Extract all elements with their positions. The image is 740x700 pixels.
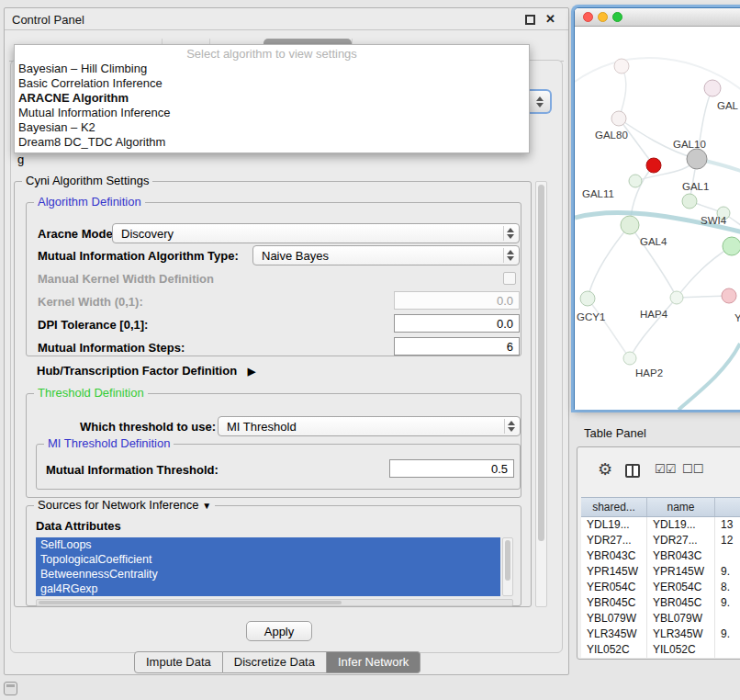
node-green	[723, 237, 740, 255]
mi-threshold-definition-legend: MI Threshold Definition	[44, 436, 174, 450]
column-header-shared[interactable]: shared...	[581, 498, 647, 516]
data-attributes-label: Data Attributes	[36, 519, 121, 533]
combo-stepper-icon	[503, 226, 517, 241]
obscured-label-fragment: g	[17, 152, 24, 166]
network-canvas[interactable]: GAL GAL80 GAL10 GAL11 GAL1 SWI4 GAL4 GCY…	[575, 27, 740, 410]
table-row[interactable]: YIL052CYIL052C	[581, 642, 740, 658]
sources-legend[interactable]: Sources for Network Inference ▼	[34, 498, 215, 512]
collapse-right-icon: ▶	[248, 366, 255, 377]
network-window-titlebar[interactable]	[575, 8, 740, 27]
node-hap2	[623, 352, 636, 365]
node-label: HAP4	[640, 309, 667, 320]
data-attributes-list: SelfLoops TopologicalCoefficient Between…	[36, 537, 500, 596]
aracne-mode-combobox[interactable]: Discovery	[112, 223, 520, 243]
menu-item-aracne[interactable]: ARACNE Algorithm	[15, 91, 529, 106]
list-item[interactable]: gal4RGexp	[36, 581, 500, 596]
menu-placeholder: Select algorithm to view settings	[15, 47, 529, 62]
node	[614, 59, 629, 73]
menu-item-mutual-information[interactable]: Mutual Information Inference	[15, 106, 529, 120]
node-label: GAL10	[673, 139, 706, 150]
network-view-window[interactable]: GAL GAL80 GAL10 GAL11 GAL1 SWI4 GAL4 GCY…	[574, 7, 740, 410]
settings-legend: Cyni Algorithm Settings	[22, 174, 152, 187]
cyni-mode-tabs: Impute Data Discretize Data Infer Networ…	[134, 651, 420, 673]
collapsed-panel-icon[interactable]	[4, 682, 17, 695]
attr-list-scrollbar[interactable]	[502, 537, 513, 596]
kernel-width-label: Kernel Width (0,1):	[38, 295, 143, 309]
table-row[interactable]: YDR27...YDR27...12	[581, 533, 740, 548]
columns-icon[interactable]	[625, 464, 640, 478]
hub-section-toggle[interactable]: Hub/Transcription Factor Definition ▶	[37, 364, 255, 378]
table-row[interactable]: YBL079WYBL079W	[581, 611, 740, 627]
table-row[interactable]: YPR145WYPR145W9.	[581, 564, 740, 580]
node-hap4	[670, 291, 683, 304]
which-threshold-combobox[interactable]: MI Threshold	[218, 416, 521, 436]
mi-threshold-label: Mutual Information Threshold:	[46, 463, 219, 477]
minimize-traffic-light-icon[interactable]	[598, 12, 608, 22]
node-gal11	[629, 175, 642, 187]
aracne-mode-label: Aracne Mode:	[38, 227, 117, 241]
manual-kernel-label: Manual Kernel Width Definition	[38, 272, 214, 286]
tab-infer-network[interactable]: Infer Network	[327, 651, 420, 673]
zoom-traffic-light-icon[interactable]	[612, 12, 622, 22]
kernel-width-field[interactable]: 0.0	[394, 291, 520, 310]
float-window-icon[interactable]	[525, 15, 535, 25]
attr-list-hscrollbar[interactable]	[36, 599, 513, 606]
node-label: GAL11	[582, 188, 614, 199]
node-table: shared... name YDL19...YDL19...13 YDR27.…	[581, 497, 740, 658]
control-panel-window: Control Panel ✕ Network Style Select	[4, 7, 569, 675]
menu-item-dream8[interactable]: Dream8 DC_TDC Algorithm	[15, 135, 529, 150]
list-item[interactable]: SelfLoops	[36, 537, 500, 552]
menu-item-bayesian-hill-climbing[interactable]: Bayesian – Hill Climbing	[15, 62, 529, 76]
list-item[interactable]: TopologicalCoefficient	[36, 552, 500, 567]
cyni-algorithm-settings-group: Cyni Algorithm Settings Algorithm Defini…	[14, 181, 532, 607]
close-window-icon[interactable]: ✕	[545, 13, 555, 26]
settings-scrollbar[interactable]	[535, 181, 547, 607]
expand-down-icon: ▼	[202, 501, 211, 511]
table-row[interactable]: YBR045CYBR045C9.	[581, 595, 740, 611]
algorithm-definition-legend: Algorithm Definition	[34, 195, 145, 209]
node-label: GAL4	[640, 236, 667, 247]
table-header-row: shared... name	[581, 497, 740, 517]
node-label: GAL1	[682, 181, 709, 192]
list-item[interactable]: BetweennessCentrality	[36, 567, 500, 581]
algorithm-definition-group: Algorithm Definition Aracne Mode: Discov…	[26, 202, 521, 356]
mi-type-label: Mutual Information Algorithm Type:	[38, 249, 239, 263]
manual-kernel-checkbox[interactable]	[503, 272, 516, 285]
mi-steps-field[interactable]: 6	[394, 337, 520, 356]
dpi-tolerance-label: DPI Tolerance [0,1]:	[38, 318, 148, 332]
threshold-definition-legend: Threshold Definition	[34, 386, 148, 400]
gear-icon[interactable]: ⚙	[598, 459, 612, 480]
tab-discretize-data[interactable]: Discretize Data	[223, 651, 327, 673]
node-label: GAL80	[595, 130, 628, 141]
node-label: GAL	[717, 100, 738, 111]
combo-stepper-icon	[503, 248, 517, 263]
mi-threshold-field[interactable]: 0.5	[389, 459, 514, 478]
table-panel-label: Table Panel	[584, 426, 646, 440]
node-gal	[704, 80, 721, 96]
node-gal1	[682, 194, 697, 209]
control-panel-titlebar[interactable]: Control Panel ✕	[5, 8, 568, 30]
column-header-name[interactable]: name	[647, 498, 715, 516]
algorithm-dropdown-menu: Select algorithm to view settings Bayesi…	[14, 44, 530, 153]
menu-item-basic-correlation[interactable]: Basic Correlation Inference	[15, 76, 529, 91]
column-header-partial[interactable]	[715, 498, 740, 516]
menu-item-bayesian-k2[interactable]: Bayesian – K2	[15, 120, 529, 135]
apply-button[interactable]: Apply	[246, 621, 312, 641]
deselect-all-checkboxes-icon[interactable]: ☐☐	[682, 462, 703, 476]
table-row[interactable]: YDL19...YDL19...13	[581, 517, 740, 533]
tab-impute-data[interactable]: Impute Data	[134, 651, 223, 673]
table-row[interactable]: YBR043CYBR043C	[581, 548, 740, 564]
threshold-definition-group: Threshold Definition Which threshold to …	[26, 393, 521, 498]
mi-type-combobox[interactable]: Naive Bayes	[252, 245, 520, 265]
node-gcy1	[580, 291, 595, 306]
node-red	[646, 158, 661, 173]
table-row[interactable]: YER054CYER054C8.	[581, 580, 740, 595]
algorithm-combobox-partial[interactable]	[530, 89, 552, 114]
close-traffic-light-icon[interactable]	[583, 12, 593, 22]
combo-stepper-icon	[504, 419, 518, 434]
dpi-tolerance-field[interactable]: 0.0	[394, 314, 520, 333]
table-row[interactable]: YLR345WYLR345W9.	[581, 627, 740, 642]
node-pink	[722, 288, 736, 303]
node-gal10	[687, 149, 707, 169]
select-all-checkboxes-icon[interactable]: ☑☑	[655, 462, 676, 476]
